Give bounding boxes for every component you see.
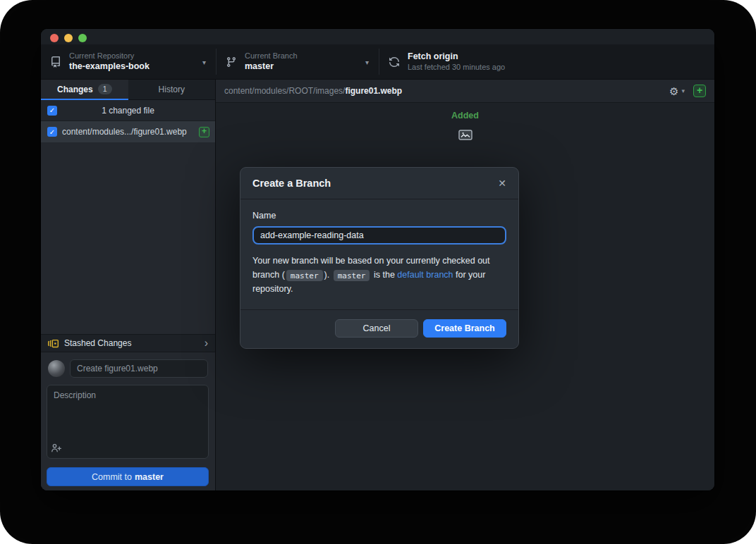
dialog-header: Create a Branch ✕ [240,168,518,199]
git-branch-icon [226,56,237,68]
commit-button-prefix: Commit to [92,472,132,482]
dialog-title: Create a Branch [252,178,331,189]
commit-description-textarea[interactable] [47,385,209,459]
zoom-window-button[interactable] [78,34,87,42]
current-repository-label: Current Repository [69,51,150,61]
avatar [48,360,65,377]
dialog-description: Your new branch will be based on your cu… [252,254,506,296]
create-branch-button[interactable]: Create Branch [423,319,506,338]
chevron-right-icon: › [205,338,208,349]
dialog-text-2: ). [324,270,330,280]
add-coauthor-icon[interactable] [51,443,62,454]
changes-count-badge: 1 [98,84,112,95]
tab-changes-label: Changes [57,85,93,94]
chevron-down-icon: ▾ [202,58,206,66]
added-status-text: Added [216,111,714,120]
changed-files-summary-row: ✓ 1 changed file [41,100,215,121]
diff-file-path: content/modules/ROOT/images/figure01.web… [224,86,669,96]
diff-status-area: Added [216,111,714,143]
close-window-button[interactable] [50,34,59,42]
stash-icon [48,338,59,349]
chevron-down-icon: ▾ [365,58,369,66]
select-all-checkbox[interactable]: ✓ [47,106,57,116]
changed-file-row[interactable]: ✓ content/modules.../figure01.webp + [41,121,215,142]
changed-files-summary: 1 changed file [41,100,215,120]
tab-history-label: History [159,85,185,94]
tab-history[interactable]: History [128,80,216,100]
file-added-status-icon: + [199,127,209,137]
sidebar: Changes 1 History ✓ 1 changed file ✓ con… [41,80,216,490]
dialog-body: Name Your new branch will be based on yo… [240,199,518,309]
branch-code-pill: master [334,270,370,281]
diff-header: content/modules/ROOT/images/figure01.web… [216,80,714,103]
diff-options-button[interactable]: ⚙ ▾ [669,86,685,97]
branch-name-label: Name [252,211,506,221]
commit-summary-input[interactable] [70,359,208,378]
stashed-changes-bar[interactable]: Stashed Changes › [41,334,215,352]
current-branch-label: Current Branch [245,51,298,61]
dialog-footer: Cancel Create Branch [240,309,518,348]
screenshot-canvas: Current Repository the-examples-book ▾ C… [0,0,756,544]
commit-button[interactable]: Commit to master [47,467,209,486]
title-bar [41,29,714,44]
image-placeholder-icon [458,130,472,140]
current-branch-value: master [245,61,298,73]
stashed-changes-label: Stashed Changes [64,338,199,348]
cancel-button[interactable]: Cancel [335,319,418,338]
gear-icon: ⚙ [669,86,678,97]
repo-icon [50,56,61,68]
toolbar: Current Repository the-examples-book ▾ C… [41,44,714,80]
diff-file-path-prefix: content/modules/ROOT/images/ [224,86,345,96]
added-status-icon: + [693,85,706,97]
branch-code-pill: master [286,270,323,281]
file-path: content/modules.../figure01.webp [62,127,195,137]
current-repository-value: the-examples-book [69,61,150,73]
sidebar-tabs: Changes 1 History [41,80,215,100]
close-icon[interactable]: ✕ [498,178,506,189]
sync-icon [389,56,400,68]
dialog-text-3: is the [371,270,397,280]
branch-name-input[interactable] [252,226,506,245]
file-checkbox[interactable]: ✓ [47,127,57,137]
minimize-window-button[interactable] [64,34,73,42]
current-branch-button[interactable]: Current Branch master ▾ [217,44,379,80]
fetch-origin-sublabel: Last fetched 30 minutes ago [408,63,505,73]
commit-form: Commit to master [41,352,215,490]
default-branch-link[interactable]: default branch [397,270,453,280]
chevron-down-icon: ▾ [681,87,685,94]
create-branch-dialog: Create a Branch ✕ Name Your new branch w… [240,167,519,349]
current-repository-button[interactable]: Current Repository the-examples-book ▾ [41,44,216,80]
tab-changes[interactable]: Changes 1 [41,80,128,100]
commit-button-branch: master [135,472,164,482]
fetch-origin-label: Fetch origin [408,51,505,63]
fetch-origin-button[interactable]: Fetch origin Last fetched 30 minutes ago [379,44,714,80]
diff-file-name: figure01.webp [345,86,402,96]
